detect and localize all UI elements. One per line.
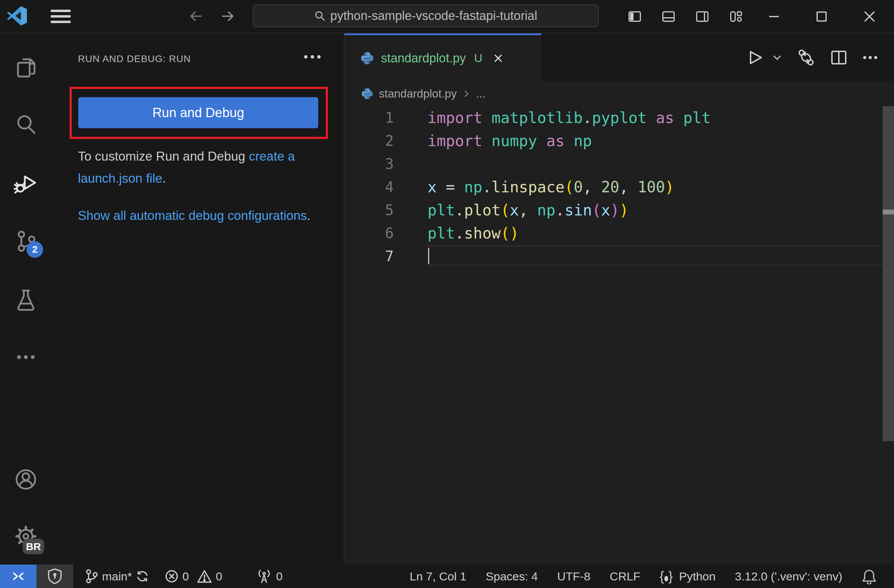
editor-group: standardplot.py U [344, 33, 894, 565]
code-text: import numpy as np [427, 132, 592, 149]
run-debug-sidebar: RUN AND DEBUG: RUN Run and Debug To cust… [52, 33, 344, 565]
search-view-icon[interactable] [14, 112, 38, 137]
python-file-icon [360, 51, 374, 65]
status-bar: main* 0 0 0 Ln 7, Col 1 [0, 565, 894, 588]
line-number: 2 [344, 132, 394, 149]
code-line[interactable]: 3 [344, 152, 894, 175]
run-and-debug-button[interactable]: Run and Debug [78, 97, 318, 128]
python-file-icon [361, 87, 373, 100]
close-button[interactable] [863, 10, 876, 23]
maximize-button[interactable] [815, 11, 828, 23]
explorer-icon[interactable] [14, 55, 38, 79]
open-changes-icon[interactable] [797, 48, 815, 67]
problems-item[interactable]: 0 0 [165, 569, 222, 583]
title-bar: python-sample-vscode-fastapi-tutorial [0, 0, 894, 33]
command-center-search[interactable]: python-sample-vscode-fastapi-tutorial [253, 5, 599, 27]
tab-label: standardplot.py [381, 51, 466, 65]
auto-suffix: . [307, 208, 310, 223]
ports-item[interactable]: 0 [255, 569, 283, 584]
code-text: plt.show() [427, 225, 519, 242]
error-count: 0 [183, 570, 189, 583]
indentation-item[interactable]: Spaces: 4 [486, 570, 538, 583]
sidebar-title: RUN AND DEBUG: RUN [78, 49, 330, 69]
branch-name: main* [102, 570, 132, 583]
encoding-item[interactable]: UTF-8 [557, 570, 590, 583]
language-mode-item[interactable]: {} Python [660, 570, 716, 583]
toggle-secondary-sidebar-icon[interactable] [695, 10, 709, 23]
text-cursor [428, 248, 429, 264]
search-icon [314, 11, 325, 21]
code-line[interactable]: 7 [344, 245, 894, 268]
back-arrow-icon[interactable] [188, 8, 204, 24]
language-label: Python [679, 570, 716, 583]
warnings-icon [196, 569, 212, 583]
radio-tower-icon [255, 569, 273, 584]
errors-icon [165, 569, 179, 583]
breadcrumb[interactable]: standardplot.py ... [344, 81, 894, 106]
git-branch-item[interactable]: main* [85, 569, 149, 584]
code-line[interactable]: 5plt.plot(x, np.sin(x)) [344, 199, 894, 222]
hint-suffix: . [162, 171, 166, 185]
auto-configs-hint: Show all automatic debug configurations. [78, 205, 323, 227]
tab-standardplot[interactable]: standardplot.py U [344, 33, 542, 81]
editor-scrollbar[interactable] [883, 106, 894, 441]
tab-close-icon[interactable] [493, 53, 504, 64]
run-python-file-icon[interactable] [747, 49, 764, 66]
current-line-highlight [427, 246, 883, 265]
cursor-position-item[interactable]: Ln 7, Col 1 [409, 570, 466, 583]
line-number: 6 [344, 225, 394, 241]
warning-count: 0 [216, 570, 222, 583]
eol-item[interactable]: CRLF [610, 570, 640, 583]
additional-views-icon[interactable] [14, 345, 38, 369]
views-more-actions-icon[interactable] [303, 54, 322, 60]
split-editor-icon[interactable] [830, 48, 848, 66]
ports-count: 0 [276, 570, 283, 583]
line-number: 4 [344, 178, 394, 195]
search-text: python-sample-vscode-fastapi-tutorial [330, 9, 537, 23]
line-number: 7 [344, 248, 394, 265]
code-text: x = np.linspace(0, 20, 100) [427, 178, 674, 196]
menu-hamburger-icon[interactable] [51, 10, 71, 23]
notifications-bell-icon[interactable] [862, 568, 877, 584]
workspace-trust-shield-icon[interactable] [36, 565, 73, 588]
breadcrumb-symbol[interactable]: ... [476, 87, 486, 100]
run-and-debug-icon[interactable] [14, 171, 38, 195]
braces-icon: {} [660, 571, 673, 582]
remote-indicator[interactable] [0, 565, 36, 588]
chevron-right-icon [462, 90, 471, 98]
vscode-logo-icon [6, 5, 27, 27]
code-line[interactable]: 4x = np.linspace(0, 20, 100) [344, 175, 894, 199]
customize-hint: To customize Run and Debug create a laun… [78, 145, 323, 190]
toggle-panel-icon[interactable] [661, 10, 675, 23]
testing-icon[interactable] [14, 288, 38, 312]
overview-ruler-marker [883, 210, 894, 214]
code-text: import matplotlib.pyplot as plt [427, 109, 711, 127]
code-line[interactable]: 1import matplotlib.pyplot as plt [344, 106, 894, 129]
python-interpreter-item[interactable]: 3.12.0 ('.venv': venv) [735, 570, 842, 583]
run-dropdown-chevron-icon[interactable] [772, 53, 782, 63]
code-line[interactable]: 6plt.show() [344, 222, 894, 245]
hint-text: To customize Run and Debug [78, 149, 249, 163]
code-text: plt.plot(x, np.sin(x)) [427, 201, 628, 219]
source-control-badge: 2 [27, 241, 43, 258]
tab-git-status-badge: U [474, 52, 482, 65]
account-icon[interactable] [14, 467, 38, 492]
vscode-window: python-sample-vscode-fastapi-tutorial [0, 0, 894, 588]
minimize-button[interactable] [768, 11, 780, 23]
editor-more-actions-icon[interactable] [862, 55, 878, 60]
line-number: 3 [344, 155, 394, 172]
sync-icon [136, 569, 149, 583]
toggle-primary-sidebar-icon[interactable] [628, 10, 642, 23]
code-line[interactable]: 2import numpy as np [344, 129, 894, 152]
breadcrumb-file[interactable]: standardplot.py [379, 87, 457, 100]
settings-profile-badge: BR [23, 539, 44, 554]
activity-bar: 2 [0, 33, 52, 565]
code-editor[interactable]: 1import matplotlib.pyplot as plt2import … [344, 106, 894, 565]
forward-arrow-icon[interactable] [220, 8, 236, 24]
show-auto-configs-link[interactable]: Show all automatic debug configurations [78, 208, 307, 223]
line-number: 5 [344, 202, 394, 219]
customize-layout-icon[interactable] [729, 10, 743, 23]
line-number: 1 [344, 109, 394, 126]
tab-strip: standardplot.py U [344, 33, 894, 81]
